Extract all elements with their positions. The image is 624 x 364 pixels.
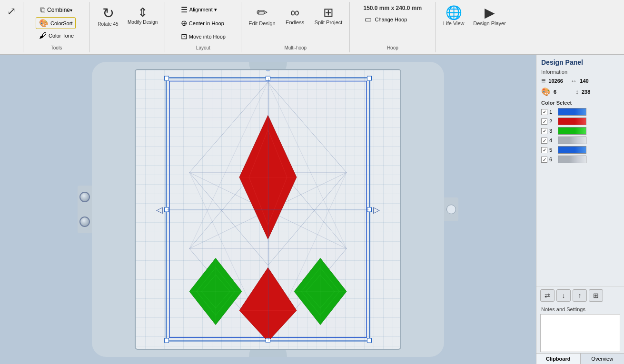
color-checkbox-6[interactable]: ✓: [541, 157, 547, 163]
width-arrow-icon: ↔: [570, 77, 577, 85]
color-row-4[interactable]: ✓ 4: [536, 136, 624, 145]
colorsort-button[interactable]: 🎨 ColorSort: [36, 17, 76, 29]
rotate45-icon: ↻: [102, 6, 114, 20]
alignment-icon: ☰: [181, 5, 188, 14]
change-hoop-label: Change Hoop: [375, 17, 407, 22]
colortone-button[interactable]: 🖌 Color Tone: [36, 30, 77, 41]
color-swatch-5: [558, 146, 586, 154]
life-view-button[interactable]: 🌐 Life View: [439, 4, 468, 29]
color-swatch-2: [558, 118, 586, 125]
modify-icon: ⇕: [138, 6, 148, 19]
color-num-4: 4: [549, 138, 556, 143]
right-panel: Design Panel Information ≡ 10266 ↔ 140 🎨…: [536, 55, 624, 364]
color-swatch-4: [558, 137, 586, 144]
colortone-icon: 🖌: [39, 31, 47, 40]
endless-label: Endless: [286, 20, 304, 26]
color-swatch-6: [558, 156, 586, 163]
panel-action-buttons: ⇄ ↓ ↑ ⊞: [536, 286, 624, 305]
color-row-1[interactable]: ✓ 1: [536, 107, 624, 117]
color-row-6[interactable]: ✓ 6: [536, 155, 624, 164]
move-hoop-icon: ⊡: [181, 32, 187, 41]
edit-design-icon: ✏: [257, 6, 267, 20]
move-up-button[interactable]: ↑: [573, 289, 587, 302]
center-in-hoop-label: Center in Hoop: [189, 20, 224, 26]
split-icon: ⊞: [323, 6, 334, 19]
knob-top: [79, 192, 90, 202]
color-swatch-3: [558, 127, 586, 135]
notes-area[interactable]: [540, 314, 620, 352]
hoop-frame: ◁ ▷: [92, 62, 444, 357]
color-checkbox-1[interactable]: ✓: [541, 109, 547, 115]
modify-design-button[interactable]: ⇕ Modify Design: [124, 4, 161, 28]
change-hoop-icon: ▭: [365, 15, 372, 24]
color-checkbox-5[interactable]: ✓: [541, 147, 547, 153]
color-num-3: 3: [549, 128, 556, 134]
color-select-label: Color Select: [536, 97, 624, 107]
color-num-1: 1: [549, 109, 556, 115]
split-project-label: Split Project: [315, 20, 343, 26]
resize-button[interactable]: ⤢: [4, 4, 19, 19]
color-row-2[interactable]: ✓ 2: [536, 117, 624, 126]
center-hoop-icon: ⊕: [181, 19, 187, 28]
tools-label: Tools: [23, 45, 89, 50]
move-into-hoop-label: Move into Hoop: [189, 34, 226, 39]
stitch-count: 10266: [548, 78, 567, 84]
alignment-button[interactable]: ☰ Alignment ▾: [178, 4, 220, 16]
color-row-3[interactable]: ✓ 3: [536, 126, 624, 136]
handle-rotate[interactable]: [266, 69, 270, 71]
edit-design-label: Edit Design: [248, 20, 275, 27]
color-swatch-1: [558, 108, 586, 116]
canvas-area[interactable]: ◁ ▷: [0, 55, 536, 364]
color-checkbox-4[interactable]: ✓: [541, 138, 547, 144]
center-vertical: [268, 79, 268, 341]
design-player-button[interactable]: ▶ Design Player: [470, 4, 509, 29]
tab-overview[interactable]: Overview: [581, 354, 624, 364]
color-checkbox-3[interactable]: ✓: [541, 128, 547, 134]
move-into-hoop-button[interactable]: ⊡ Move into Hoop: [178, 30, 229, 42]
colorsort-label: ColorSort: [50, 20, 72, 26]
color-count: 6: [554, 89, 573, 95]
height-arrow-icon: ↕: [575, 88, 579, 96]
rotate45-button[interactable]: ↻ Rotate 45: [94, 4, 122, 30]
combine-label: Combine: [47, 7, 70, 13]
design-container[interactable]: ◁ ▷: [166, 78, 370, 342]
height-value: 238: [582, 89, 590, 95]
endless-button[interactable]: ∞ Endless: [281, 4, 309, 28]
color-icon: 🎨: [541, 87, 551, 96]
colorsort-icon: 🎨: [39, 19, 49, 28]
combine-button[interactable]: ⧉ Combine ▾: [36, 4, 77, 16]
layout-label: Layout: [165, 45, 241, 50]
hoop-inner[interactable]: ◁ ▷: [135, 69, 401, 350]
arrow-left: ◁: [156, 204, 163, 215]
color-checkbox-2[interactable]: ✓: [541, 118, 547, 125]
center-in-hoop-button[interactable]: ⊕ Center in Hoop: [178, 17, 228, 29]
life-view-label: Life View: [443, 20, 464, 27]
endless-icon: ∞: [290, 6, 299, 19]
split-project-button[interactable]: ⊞ Split Project: [311, 4, 346, 28]
color-row-5[interactable]: ✓ 5: [536, 145, 624, 155]
spacer: [536, 164, 624, 286]
information-label: Information: [536, 67, 624, 76]
stitch-info-row: ≡ 10266 ↔ 140: [536, 76, 624, 86]
change-hoop-button[interactable]: ▭ Change Hoop: [361, 13, 410, 25]
panel-title: Design Panel: [536, 55, 624, 67]
main-area: ◁ ▷ Design Panel Information ≡ 10266 ↔ 1…: [0, 55, 624, 364]
handle-bl[interactable]: [164, 338, 169, 343]
move-down-button[interactable]: ↓: [556, 289, 571, 302]
multihoop-label: Multi-hoop: [241, 45, 349, 50]
edit-design-button[interactable]: ✏ Edit Design: [245, 4, 278, 29]
alignment-label: Alignment ▾: [189, 7, 217, 13]
tab-clipboard[interactable]: Clipboard: [536, 354, 581, 364]
rotate45-label: Rotate 45: [98, 21, 118, 27]
notes-label: Notes and Settings: [536, 305, 624, 313]
move-up-down-button[interactable]: ⇄: [540, 289, 555, 302]
design-player-icon: ▶: [485, 6, 495, 20]
handle-br[interactable]: [367, 338, 372, 343]
color-info-row: 🎨 6 ↕ 238: [536, 86, 624, 97]
modify-design-label: Modify Design: [128, 20, 158, 25]
handle-tr[interactable]: [367, 76, 372, 81]
handle-tl[interactable]: [164, 76, 169, 81]
toolbar: ⤢ ⧉ Combine ▾ 🎨 ColorSort 🖌 Color Tone T…: [0, 0, 624, 55]
arrow-right: ▷: [373, 204, 380, 215]
action4-button[interactable]: ⊞: [589, 289, 603, 302]
